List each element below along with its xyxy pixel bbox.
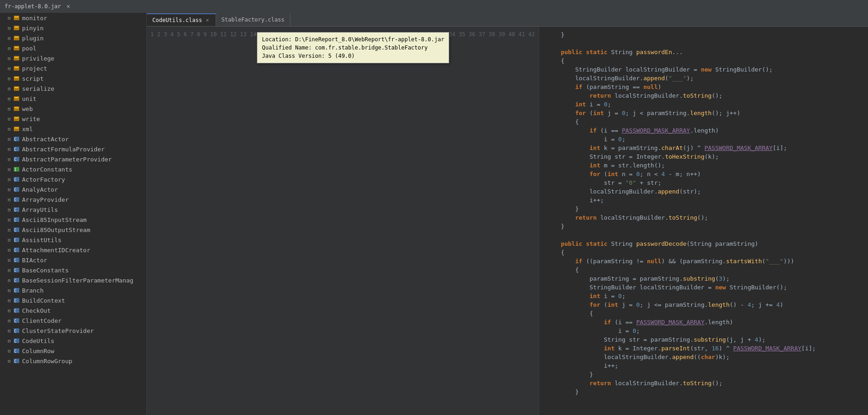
sidebar-item-plugin[interactable]: ⊞plugin bbox=[0, 33, 146, 43]
item-icon-project bbox=[13, 65, 20, 72]
item-icon-BuildContext: C bbox=[13, 297, 20, 304]
sidebar-item-ActorConstants[interactable]: ⊞IActorConstants bbox=[0, 164, 146, 174]
sidebar-item-label-ColumnRowGroup: ColumnRowGroup bbox=[22, 358, 72, 365]
sidebar-item-AssistUtils[interactable]: ⊞CAssistUtils bbox=[0, 235, 146, 245]
item-icon-BIActor: C bbox=[13, 256, 20, 264]
sidebar-item-label-write: write bbox=[22, 116, 40, 122]
sidebar-item-monitor[interactable]: ⊞monitor bbox=[0, 13, 146, 23]
sidebar-item-script[interactable]: ⊞script bbox=[0, 73, 146, 83]
sidebar-item-unit[interactable]: ⊞unit bbox=[0, 94, 146, 104]
item-icon-AnalyActor: C bbox=[13, 186, 20, 193]
item-icon-serialize bbox=[13, 85, 20, 92]
code-editor[interactable]: Location: D:\FineReport_8.0\WebReport\fr… bbox=[147, 27, 868, 415]
sidebar-item-ClusterStateProvider[interactable]: ⊞CClusterStateProvider bbox=[0, 326, 146, 336]
svg-text:C: C bbox=[14, 259, 17, 263]
svg-rect-22 bbox=[14, 127, 19, 131]
item-icon-web bbox=[13, 105, 20, 112]
sidebar-item-BIActor[interactable]: ⊞CBIActor bbox=[0, 255, 146, 265]
title-bar-label: fr-applet-8.0.jar bbox=[5, 3, 61, 10]
editor-area: CodeUtils.class × StableFactory.class Lo… bbox=[147, 13, 868, 415]
svg-rect-2 bbox=[14, 26, 19, 30]
expand-icon-AbstractActor: ⊞ bbox=[6, 135, 13, 143]
svg-text:C: C bbox=[14, 208, 17, 212]
sidebar-item-pinyin[interactable]: ⊞pinyin bbox=[0, 23, 146, 33]
svg-text:C: C bbox=[14, 339, 17, 343]
expand-icon-pool: ⊞ bbox=[6, 44, 13, 52]
tab-codeutils[interactable]: CodeUtils.class × bbox=[147, 13, 216, 26]
sidebar-item-Ascii85InputStream[interactable]: ⊞CAscii85InputStream bbox=[0, 215, 146, 225]
expand-icon-AnalyActor: ⊞ bbox=[6, 186, 13, 193]
sidebar-item-AbstractActor[interactable]: ⊞CAbstractActor bbox=[0, 134, 146, 144]
expand-icon-BaseConstants: ⊞ bbox=[6, 266, 13, 274]
svg-text:C: C bbox=[14, 188, 17, 192]
sidebar-item-CodeUtils[interactable]: ⊞CCodeUtils bbox=[0, 336, 146, 346]
sidebar-item-AnalyActor[interactable]: ⊞CAnalyActor bbox=[0, 184, 146, 194]
sidebar-item-CheckOut[interactable]: ⊞CCheckOut bbox=[0, 305, 146, 315]
svg-text:C: C bbox=[14, 360, 17, 364]
sidebar-item-ArrayUtils[interactable]: ⊞CArrayUtils bbox=[0, 205, 146, 215]
sidebar-item-ClientCoder[interactable]: ⊞CClientCoder bbox=[0, 315, 146, 326]
svg-text:C: C bbox=[14, 158, 17, 162]
tab-bar: CodeUtils.class × StableFactory.class bbox=[147, 13, 868, 27]
svg-text:C: C bbox=[14, 249, 17, 253]
tooltip-java-version: Java Class Version: 5 (49.0) bbox=[262, 52, 444, 60]
sidebar-item-AttachmentIDCreator[interactable]: ⊞CAttachmentIDCreator bbox=[0, 245, 146, 255]
sidebar-item-pool[interactable]: ⊞pool bbox=[0, 43, 146, 53]
svg-rect-12 bbox=[14, 76, 19, 81]
sidebar-item-AbstractFormulaProvider[interactable]: ⊞CAbstractFormulaProvider bbox=[0, 144, 146, 154]
svg-text:C: C bbox=[14, 289, 17, 293]
expand-icon-AbstractFormulaProvider: ⊞ bbox=[6, 145, 13, 153]
sidebar-item-BaseSessionFilterParameterManag[interactable]: ⊞CBaseSessionFilterParameterManag bbox=[0, 275, 146, 285]
sidebar-item-label-BIActor: BIActor bbox=[22, 257, 47, 264]
sidebar-item-xml[interactable]: ⊞xml bbox=[0, 124, 146, 134]
code-content: 1 2 3 4 5 6 7 8 9 10 11 12 13 14 15 16 1… bbox=[147, 27, 868, 415]
svg-rect-3 bbox=[15, 27, 18, 28]
svg-rect-23 bbox=[15, 127, 18, 128]
sidebar-item-AbstractParameterProvider[interactable]: ⊞CAbstractParameterProvider bbox=[0, 154, 146, 164]
sidebar-item-serialize[interactable]: ⊞serialize bbox=[0, 83, 146, 94]
item-icon-AbstractFormulaProvider: C bbox=[13, 145, 20, 153]
expand-icon-xml: ⊞ bbox=[6, 125, 13, 133]
sidebar-item-ColumnRowGroup[interactable]: ⊞CColumnRowGroup bbox=[0, 356, 146, 366]
item-icon-ActorConstants: I bbox=[13, 166, 20, 173]
expand-icon-plugin: ⊞ bbox=[6, 34, 13, 42]
sidebar-item-write[interactable]: ⊞write bbox=[0, 114, 146, 124]
item-icon-monitor bbox=[13, 14, 20, 22]
item-icon-privilege bbox=[13, 55, 20, 62]
sidebar-item-privilege[interactable]: ⊞privilege bbox=[0, 53, 146, 63]
expand-icon-privilege: ⊞ bbox=[6, 55, 13, 62]
svg-rect-7 bbox=[15, 47, 18, 48]
tab-stablefactory[interactable]: StableFactory.class bbox=[216, 13, 290, 26]
item-icon-BaseSessionFilterParameterManag: C bbox=[13, 277, 20, 284]
sidebar-item-label-ClusterStateProvider: ClusterStateProvider bbox=[22, 327, 94, 334]
sidebar-item-label-ColumnRow: ColumnRow bbox=[22, 348, 54, 354]
svg-rect-5 bbox=[15, 37, 18, 38]
expand-icon-unit: ⊞ bbox=[6, 95, 13, 102]
item-icon-CheckOut: C bbox=[13, 307, 20, 314]
title-bar-close-button[interactable]: × bbox=[65, 3, 72, 10]
sidebar-item-label-Branch: Branch bbox=[22, 287, 44, 294]
sidebar-item-ColumnRow[interactable]: ⊞CColumnRow bbox=[0, 346, 146, 356]
expand-icon-ActorFactory: ⊞ bbox=[6, 176, 13, 183]
sidebar-item-BaseConstants[interactable]: ⊞CBaseConstants bbox=[0, 265, 146, 275]
sidebar-item-Branch[interactable]: ⊞CBranch bbox=[0, 285, 146, 295]
expand-icon-BuildContext: ⊞ bbox=[6, 297, 13, 304]
svg-rect-21 bbox=[15, 117, 18, 118]
sidebar-item-ArrayProvider[interactable]: ⊞CArrayProvider bbox=[0, 194, 146, 205]
sidebar-item-project[interactable]: ⊞project bbox=[0, 63, 146, 73]
expand-icon-ActorConstants: ⊞ bbox=[6, 166, 13, 173]
tab-codeutils-close[interactable]: × bbox=[205, 17, 210, 23]
sidebar-item-Ascii85OutputStream[interactable]: ⊞CAscii85OutputStream bbox=[0, 225, 146, 235]
item-icon-pinyin bbox=[13, 24, 20, 32]
tab-stablefactory-label: StableFactory.class bbox=[222, 17, 284, 23]
sidebar-item-ActorFactory[interactable]: ⊞CActorFactory bbox=[0, 174, 146, 184]
expand-icon-Branch: ⊞ bbox=[6, 287, 13, 294]
sidebar-item-BuildContext[interactable]: ⊞CBuildContext bbox=[0, 295, 146, 305]
line-numbers: 1 2 3 4 5 6 7 8 9 10 11 12 13 14 15 16 1… bbox=[147, 27, 539, 415]
item-icon-AbstractParameterProvider: C bbox=[13, 155, 20, 163]
svg-text:C: C bbox=[14, 238, 17, 243]
svg-text:C: C bbox=[14, 178, 17, 182]
sidebar-item-label-CodeUtils: CodeUtils bbox=[22, 338, 54, 344]
sidebar-item-web[interactable]: ⊞web bbox=[0, 104, 146, 114]
svg-rect-0 bbox=[14, 16, 19, 20]
